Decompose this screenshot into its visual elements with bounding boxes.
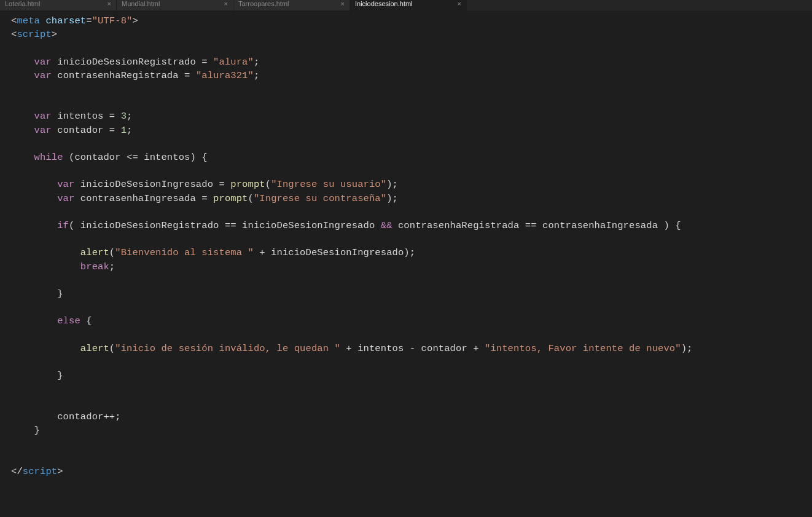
close-icon[interactable]: × <box>453 0 461 7</box>
code-line: </script> <box>11 465 812 478</box>
code-line: var intentos = 3; <box>11 109 812 123</box>
tab-iniciodesesion[interactable]: Iniciodesesion.html × <box>350 0 467 10</box>
editor-window: Loteria.html × Mundial.html × Tarroopare… <box>0 0 812 517</box>
close-icon[interactable]: × <box>219 0 228 7</box>
code-line <box>11 397 812 410</box>
tab-label: Iniciodesesion.html <box>355 0 453 7</box>
code-line: } <box>11 287 812 301</box>
tab-mundial[interactable]: Mundial.html × <box>117 0 233 10</box>
code-line <box>11 382 812 396</box>
tab-label: Mundial.html <box>122 0 219 7</box>
code-line <box>11 451 812 465</box>
close-icon[interactable]: × <box>103 0 111 7</box>
code-line: if( inicioDeSesionRegistrado == inicioDe… <box>11 219 812 232</box>
code-line <box>11 164 812 178</box>
code-line: <script> <box>11 28 812 41</box>
code-line: alert("inicio de sesión inválido, le que… <box>11 342 812 355</box>
code-line <box>11 355 812 369</box>
code-line <box>11 274 812 287</box>
code-line <box>11 96 812 109</box>
tab-loteria[interactable]: Loteria.html × <box>0 0 117 10</box>
code-line: while (contador <= intentos) { <box>11 151 812 164</box>
tab-label: Loteria.html <box>5 0 103 7</box>
code-line: alert("Bienvenido al sistema " + inicioD… <box>11 246 812 259</box>
code-line: contador++; <box>11 410 812 424</box>
code-line: var inicioDeSesionIngresado = prompt("In… <box>11 178 812 191</box>
code-line: var inicioDeSesionRegistrado = "alura"; <box>11 55 812 69</box>
close-icon[interactable]: × <box>336 0 345 7</box>
code-line <box>11 301 812 314</box>
code-line: <meta charset="UTF-8"> <box>11 14 812 28</box>
code-line: } <box>11 369 812 382</box>
code-line <box>11 328 812 342</box>
code-editor[interactable]: <meta charset="UTF-8"> <script> var inic… <box>0 10 812 517</box>
code-line: else { <box>11 314 812 328</box>
code-line <box>11 41 812 55</box>
code-line: var contador = 1; <box>11 124 812 137</box>
tab-label: Tarroopares.html <box>238 0 336 7</box>
code-line: var contrasenhaIngresada = prompt("Ingre… <box>11 192 812 205</box>
code-line <box>11 82 812 96</box>
tab-bar-filler <box>467 0 812 10</box>
code-line <box>11 232 812 246</box>
tab-tarroopares[interactable]: Tarroopares.html × <box>233 0 350 10</box>
code-line: var contrasenhaRegistrada = "alura321"; <box>11 69 812 82</box>
code-line: } <box>11 424 812 437</box>
code-line <box>11 437 812 451</box>
code-line <box>11 137 812 151</box>
code-line <box>11 205 812 219</box>
code-line: break; <box>11 260 812 274</box>
tab-bar: Loteria.html × Mundial.html × Tarroopare… <box>0 0 812 10</box>
